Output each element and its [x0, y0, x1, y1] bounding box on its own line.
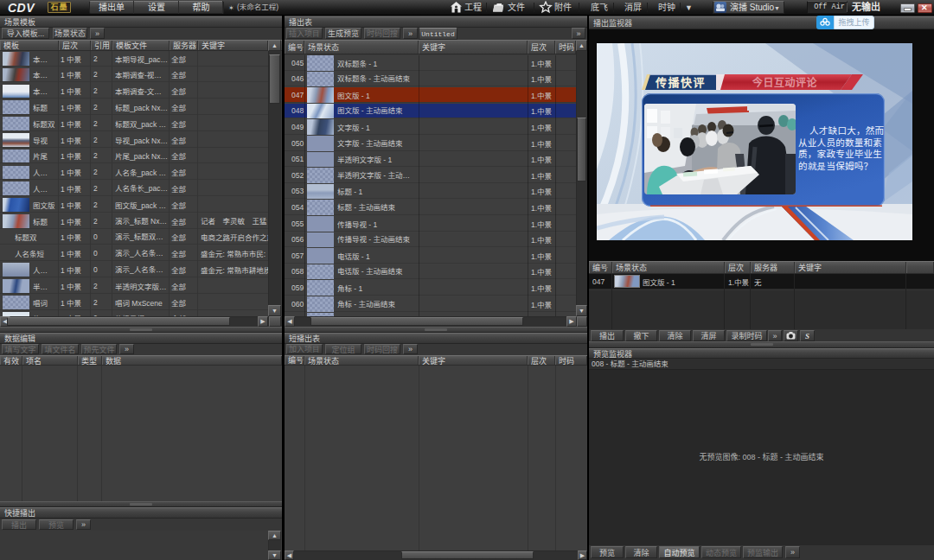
svg-text:今日互动评论: 今日互动评论 [752, 76, 818, 89]
svg-text:的就是当保姆吗？: 的就是当保姆吗？ [798, 161, 873, 171]
svg-text:传播快评: 传播快评 [655, 76, 706, 89]
svg-text:人才缺口大，然而: 人才缺口大，然而 [809, 125, 885, 136]
svg-text:质，家政专业毕业生: 质，家政专业毕业生 [798, 149, 882, 159]
svg-text:从业人员的数量和素: 从业人员的数量和素 [798, 137, 882, 148]
